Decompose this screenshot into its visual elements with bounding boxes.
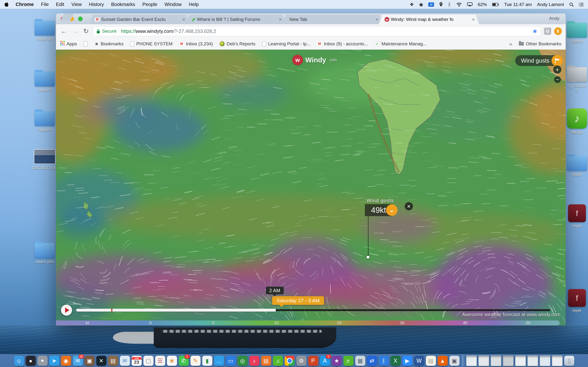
wifi-icon[interactable]: [456, 2, 462, 7]
tab-new-tab[interactable]: New Tab×: [282, 15, 383, 24]
timeline-track-remaining[interactable]: [276, 309, 550, 311]
zoom-in-button[interactable]: +: [553, 66, 561, 74]
dock-window-thumbnail[interactable]: [466, 356, 477, 366]
dock-x-plane[interactable]: ✕: [96, 356, 106, 366]
zoom-window-button[interactable]: [78, 17, 83, 21]
dock-reminders[interactable]: ☰: [155, 356, 165, 366]
picker-close-icon[interactable]: ✕: [405, 202, 413, 210]
forward-button[interactable]: →: [71, 28, 79, 35]
bookmark-inbox-3-234-[interactable]: MInbox (3,234): [179, 41, 213, 47]
dock-photos[interactable]: ❀: [167, 356, 177, 366]
bluetooth-icon[interactable]: ᛒ: [448, 2, 451, 7]
menu-clock[interactable]: Tue 11:47 am: [504, 2, 532, 7]
dock-imusic[interactable]: ♬: [344, 356, 354, 366]
dock-finder[interactable]: ☺: [14, 356, 24, 366]
desktop-icon-animal[interactable]: animal: [562, 23, 588, 44]
dock-mail[interactable]: ✉20: [73, 356, 83, 366]
dock-window-thumbnail[interactable]: [515, 356, 526, 366]
tab-close-icon[interactable]: ×: [472, 17, 475, 22]
dock-pages[interactable]: ✎: [190, 356, 200, 366]
dock-chrome[interactable]: [285, 356, 295, 366]
bookmark-bookmarks[interactable]: ★Bookmarks: [95, 41, 123, 47]
desktop-icon-layer[interactable]: flayer: [562, 204, 588, 228]
menu-edit[interactable]: Edit: [56, 2, 64, 7]
windy-map[interactable]: w Windy .com Wind gusts + − Wind gusts 4…: [56, 50, 566, 325]
bookmark-inbox-9-accounts-[interactable]: MInbox (9) - accounts...: [317, 41, 368, 47]
url-text[interactable]: https://www.windyty.com/?-27.468,153.028…: [121, 29, 530, 34]
windy-logo[interactable]: w Windy .com: [292, 55, 337, 65]
dock-teamviewer[interactable]: ⇄: [367, 356, 377, 366]
dock-stocks[interactable]: ▮: [202, 356, 212, 366]
dock-books[interactable]: ▤: [261, 356, 271, 366]
teamviewer-icon[interactable]: ⇄: [428, 2, 434, 7]
dock-window-thumbnail[interactable]: [540, 356, 550, 366]
desktop-icon-imusic[interactable]: ♪iMusic: [562, 108, 588, 135]
dropbox-icon[interactable]: ❖: [410, 2, 414, 7]
menu-people[interactable]: People: [142, 2, 157, 7]
zoom-out-button[interactable]: −: [554, 76, 561, 83]
dock-window-thumbnail[interactable]: [527, 356, 538, 366]
dock-messages[interactable]: …: [214, 356, 224, 366]
dock-window-thumbnail[interactable]: [478, 356, 489, 366]
desktop-icon-layer[interactable]: flayer: [562, 289, 588, 313]
layer-selector-button[interactable]: Wind gusts: [515, 55, 562, 66]
dock-printer[interactable]: ▣: [450, 356, 459, 366]
desktop-icon-dscn0119-m[interactable]: DSCN0119.M: [30, 149, 59, 170]
menu-user[interactable]: Andy Lamont: [537, 2, 564, 7]
menu-app-name[interactable]: Chrome: [16, 2, 34, 7]
dock-bluetooth[interactable]: ᛒ: [379, 356, 389, 366]
screen-record-icon[interactable]: ◉: [419, 2, 423, 7]
browser-profile-name[interactable]: Andy: [549, 16, 559, 21]
reload-button[interactable]: ↻: [82, 27, 90, 35]
picker-dropdown-chevron-icon[interactable]: ⌄: [386, 204, 398, 216]
dock-vlc[interactable]: ▲: [438, 356, 448, 366]
menu-bookmarks[interactable]: Bookmarks: [111, 2, 135, 7]
bookmark-deb-s-reports[interactable]: Deb's Reports: [220, 41, 255, 47]
tab-close-icon[interactable]: ×: [375, 17, 379, 22]
dock-maps-pin[interactable]: ◎: [238, 356, 248, 366]
dock-excel[interactable]: X: [390, 356, 401, 366]
bookmark-learning-portal-lp-[interactable]: Learning Portal - lp...: [262, 41, 310, 47]
timeline-track-elapsed[interactable]: [76, 309, 276, 312]
dock-app-store[interactable]: A5: [320, 356, 330, 366]
other-bookmarks[interactable]: Other Bookmarks: [519, 41, 561, 47]
spotlight-search-icon[interactable]: [569, 2, 574, 7]
dock-firefox[interactable]: ◉: [61, 356, 71, 366]
notification-center-icon[interactable]: [579, 3, 584, 7]
tab-where-is-bill-sailing-fo[interactable]: ➚Where is Bill ? | Sailing Forums×: [186, 15, 286, 24]
bookmark-maintenance-manag-[interactable]: ✓Maintenance Manag...: [375, 41, 427, 47]
dock-contacts[interactable]: ▤: [108, 356, 118, 366]
dock-window-thumbnail[interactable]: [491, 356, 501, 366]
menu-help[interactable]: Help: [189, 2, 199, 7]
tab-sunset-garden-bar-event-[interactable]: MSunset Garden Bar Event Exclu×: [89, 15, 190, 24]
menu-window[interactable]: Window: [164, 2, 182, 7]
dock-facetime[interactable]: ✆2: [179, 356, 189, 366]
menu-view[interactable]: View: [71, 2, 82, 7]
tab-windy-wind-map-weather-f[interactable]: wWindy: Wind map & weather fo×: [379, 15, 479, 24]
dock-system-preferences[interactable]: ⚙: [296, 356, 306, 366]
desktop-icon-l-v10140[interactable]: L_V101401: [562, 67, 588, 93]
dock-mail-compose[interactable]: ✉: [120, 356, 130, 366]
extension-upload-icon[interactable]: ⬆: [554, 27, 562, 35]
bookmark-star-icon[interactable]: [532, 29, 537, 34]
dock-trash[interactable]: ▯: [564, 356, 574, 366]
dock-safari[interactable]: ➤: [49, 356, 59, 366]
tab-close-icon[interactable]: ×: [182, 17, 186, 22]
location-icon[interactable]: [439, 2, 443, 7]
dock-siri[interactable]: ●: [26, 356, 36, 366]
picker-location-dot[interactable]: [367, 256, 369, 259]
dock-word[interactable]: W: [414, 356, 424, 366]
dock-imovie[interactable]: ★: [332, 356, 342, 366]
desktop-icon-tignane[interactable]: Tignane: [30, 111, 59, 132]
dock-powerpoint[interactable]: P: [308, 356, 318, 366]
menu-file[interactable]: File: [41, 2, 49, 7]
dock-keynote[interactable]: ▭: [226, 356, 236, 366]
bookmark-phone-system[interactable]: PHONE SYSTEM: [130, 41, 173, 47]
dock-textedit[interactable]: ▢: [143, 356, 154, 366]
airplay-icon[interactable]: [467, 2, 473, 7]
desktop-icon-folder[interactable]: folder: [562, 156, 588, 177]
desktop-icon-music-an[interactable]: music an: [30, 21, 59, 42]
dock-launchpad[interactable]: ✦: [37, 356, 48, 366]
dock-video-call[interactable]: ▶: [402, 356, 412, 366]
apple-menu-icon[interactable]: [4, 2, 9, 7]
